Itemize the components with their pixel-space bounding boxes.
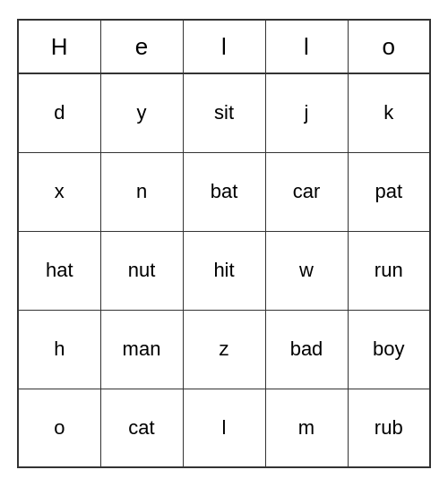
cell-r2-c2: hit bbox=[183, 231, 265, 310]
cell-r3-c2: z bbox=[183, 310, 265, 389]
bingo-body: dysitjkxnbatcarpathatnuthitwrunhmanzbadb… bbox=[18, 73, 430, 467]
header-col-3: l bbox=[265, 20, 348, 73]
table-row: hmanzbadboy bbox=[18, 310, 430, 389]
cell-r4-c2: l bbox=[183, 389, 265, 467]
header-col-4: o bbox=[348, 20, 430, 73]
header-col-1: e bbox=[100, 20, 183, 73]
cell-r0-c0: d bbox=[18, 73, 100, 152]
cell-r3-c4: boy bbox=[348, 310, 430, 389]
cell-r1-c0: x bbox=[18, 152, 100, 231]
cell-r3-c3: bad bbox=[265, 310, 348, 389]
cell-r1-c2: bat bbox=[183, 152, 265, 231]
cell-r2-c1: nut bbox=[100, 231, 183, 310]
cell-r1-c4: pat bbox=[348, 152, 430, 231]
cell-r2-c4: run bbox=[348, 231, 430, 310]
cell-r4-c4: rub bbox=[348, 389, 430, 467]
cell-r3-c0: h bbox=[18, 310, 100, 389]
table-row: dysitjk bbox=[18, 73, 430, 152]
cell-r2-c3: w bbox=[265, 231, 348, 310]
header-row: Hello bbox=[18, 20, 430, 73]
cell-r0-c3: j bbox=[265, 73, 348, 152]
cell-r4-c0: o bbox=[18, 389, 100, 467]
bingo-header: Hello bbox=[18, 20, 430, 73]
cell-r3-c1: man bbox=[100, 310, 183, 389]
cell-r4-c3: m bbox=[265, 389, 348, 467]
table-row: xnbatcarpat bbox=[18, 152, 430, 231]
table-row: hatnuthitwrun bbox=[18, 231, 430, 310]
cell-r1-c3: car bbox=[265, 152, 348, 231]
cell-r0-c4: k bbox=[348, 73, 430, 152]
cell-r0-c2: sit bbox=[183, 73, 265, 152]
bingo-table: Hello dysitjkxnbatcarpathatnuthitwrunhma… bbox=[17, 19, 431, 468]
header-col-0: H bbox=[18, 20, 100, 73]
cell-r2-c0: hat bbox=[18, 231, 100, 310]
header-col-2: l bbox=[183, 20, 265, 73]
cell-r4-c1: cat bbox=[100, 389, 183, 467]
cell-r0-c1: y bbox=[100, 73, 183, 152]
table-row: ocatlmrub bbox=[18, 389, 430, 467]
cell-r1-c1: n bbox=[100, 152, 183, 231]
